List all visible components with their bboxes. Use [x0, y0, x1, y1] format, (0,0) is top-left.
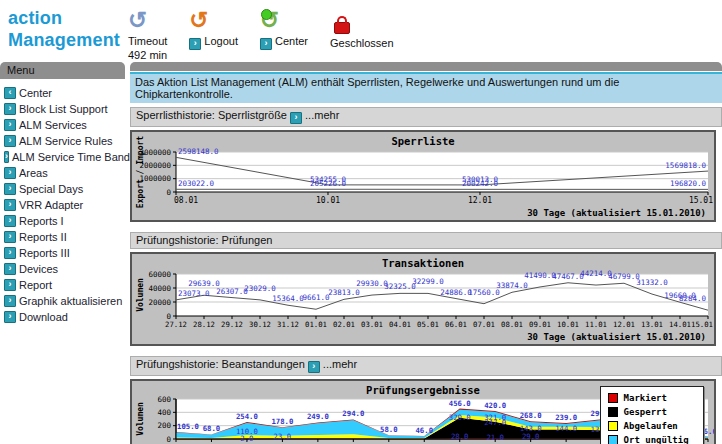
sidebar-item-label: Graphik aktualisieren	[19, 295, 122, 307]
svg-text:205226.0: 205226.0	[310, 179, 347, 188]
svg-text:Volumen: Volumen	[136, 278, 145, 312]
sidebar-menu: ‹Center›Block List Support›ALM Services›…	[0, 79, 125, 325]
sidebar-item-alm-services[interactable]: ›ALM Services	[4, 117, 125, 133]
toolbar: ↺ Timeout 492 min ↺ ›Logout ↺ ›Center Ge…	[128, 8, 416, 62]
legend-item-markiert: Markiert	[608, 391, 694, 405]
sidebar-item-special-days[interactable]: ›Special Days	[4, 181, 125, 197]
svg-text:23813.0: 23813.0	[328, 288, 360, 297]
link-chevron-icon: ›	[189, 38, 201, 50]
legend-label: Abgelaufen	[624, 421, 678, 431]
sidebar-item-download[interactable]: ›Download	[4, 309, 125, 325]
sidebar-item-label: Download	[19, 311, 68, 323]
menu-chevron-icon: ›	[4, 247, 16, 259]
svg-text:20000: 20000	[148, 298, 171, 307]
svg-text:28.0: 28.0	[451, 432, 469, 441]
svg-text:29.0: 29.0	[522, 432, 540, 441]
timeout-button[interactable]: ↺ Timeout 492 min	[128, 8, 167, 62]
info-banner: Das Aktion List Management (ALM) enthält…	[130, 72, 722, 103]
svg-text:08.01: 08.01	[174, 196, 198, 205]
legend-swatch-icon	[608, 421, 618, 431]
sidebar-item-label: ALM Service Rules	[19, 135, 113, 147]
legend-swatch-icon	[608, 407, 618, 417]
svg-text:Export / Import: Export / Import	[136, 136, 145, 208]
svg-text:23029.0: 23029.0	[244, 284, 276, 293]
menu-chevron-icon: ›	[4, 135, 16, 147]
svg-text:33874.0: 33874.0	[496, 281, 528, 290]
menu-chevron-icon: ›	[4, 215, 16, 227]
svg-text:Sperrliste: Sperrliste	[391, 135, 454, 147]
chart-legend: MarkiertGesperrtAbgelaufenOrt ungültigZe…	[600, 386, 704, 444]
transaktionen-chart: Transaktionen0200004000060000Volumen27.1…	[132, 254, 714, 344]
svg-text:23073.0: 23073.0	[178, 289, 210, 298]
svg-text:15.01: 15.01	[689, 196, 713, 205]
sidebar-title: Menu	[0, 62, 125, 79]
sidebar-item-vrr-adapter[interactable]: ›VRR Adapter	[4, 197, 125, 213]
sidebar-item-areas[interactable]: ›Areas	[4, 165, 125, 181]
legend-item-abgelaufen: Abgelaufen	[608, 419, 694, 433]
menu-chevron-icon: ‹	[4, 87, 16, 99]
svg-text:105.0: 105.0	[177, 422, 199, 431]
pruefungsergebnisse-chart-panel: Prüfungsergebnisse0200400600VolumenSun 3…	[130, 379, 716, 444]
svg-text:32299.0: 32299.0	[412, 277, 444, 286]
sperrliste-chart: Sperrliste0100000020000003000000Export /…	[132, 132, 714, 220]
svg-text:254.0: 254.0	[236, 412, 258, 421]
green-dot-icon	[261, 9, 272, 20]
menu-chevron-icon: ›	[4, 151, 9, 163]
more-link[interactable]: ...mehr	[323, 358, 357, 370]
sidebar-item-block-list-support[interactable]: ›Block List Support	[4, 101, 125, 117]
svg-text:Prüfungsergebnisse: Prüfungsergebnisse	[366, 384, 480, 396]
sidebar-item-label: Reports III	[19, 247, 70, 259]
menu-chevron-icon: ›	[4, 103, 16, 115]
sidebar-item-label: Report	[19, 279, 52, 291]
svg-text:196820.0: 196820.0	[670, 179, 707, 188]
logo-line2: Management	[8, 29, 120, 51]
sidebar: Menu ‹Center›Block List Support›ALM Serv…	[0, 62, 125, 325]
sidebar-item-center[interactable]: ‹Center	[4, 85, 125, 101]
menu-chevron-icon: ›	[4, 295, 16, 307]
sidebar-item-graphik-aktualisieren[interactable]: ›Graphik aktualisieren	[4, 293, 125, 309]
sperrliste-chart-panel: Sperrliste0100000020000003000000Export /…	[130, 130, 716, 222]
logout-button[interactable]: ↺ ›Logout	[189, 8, 238, 50]
legend-label: Markiert	[624, 393, 667, 403]
sidebar-item-reports-i[interactable]: ›Reports I	[4, 213, 125, 229]
sidebar-item-alm-service-rules[interactable]: ›ALM Service Rules	[4, 133, 125, 149]
svg-text:Transaktionen: Transaktionen	[382, 257, 464, 269]
svg-text:15364.0: 15364.0	[272, 294, 304, 303]
legend-label: Gesperrt	[624, 407, 667, 417]
main-content: Das Aktion List Management (ALM) enthält…	[130, 62, 722, 444]
sidebar-item-label: Devices	[19, 263, 58, 275]
svg-text:10.01: 10.01	[557, 320, 579, 329]
svg-text:0: 0	[166, 188, 171, 197]
center-button[interactable]: ↺ ›Center	[260, 8, 308, 50]
sidebar-item-reports-iii[interactable]: ›Reports III	[4, 245, 125, 261]
center-label: Center	[275, 35, 308, 47]
sidebar-item-reports-ii[interactable]: ›Reports II	[4, 229, 125, 245]
svg-text:203022.0: 203022.0	[178, 179, 215, 188]
svg-text:2598148.0: 2598148.0	[178, 147, 219, 156]
menu-chevron-icon: ›	[4, 199, 16, 211]
more-link[interactable]: ...mehr	[305, 109, 339, 121]
center-rotate-arrow-icon: ↺	[260, 8, 290, 34]
more-chevron-icon: ›	[290, 112, 302, 124]
menu-chevron-icon: ›	[4, 279, 16, 291]
legend-item-ort-ungültig: Ort ungültig	[608, 433, 694, 444]
sidebar-item-label: Areas	[19, 167, 48, 179]
section-title: Prüfungshistorie: Prüfungen	[136, 234, 272, 246]
svg-text:30.12: 30.12	[249, 320, 271, 329]
app-logo: action Management	[8, 7, 120, 51]
sidebar-item-devices[interactable]: ›Devices	[4, 261, 125, 277]
svg-text:9661.0: 9661.0	[302, 293, 330, 302]
lock-icon	[334, 22, 350, 34]
svg-text:239.0: 239.0	[555, 413, 577, 422]
app-header: action Management ↺ Timeout 492 min ↺ ›L…	[0, 0, 722, 62]
timeout-rotate-arrow-icon: ↺	[128, 8, 158, 34]
logout-rotate-arrow-icon: ↺	[189, 8, 219, 34]
svg-text:456.0: 456.0	[449, 399, 471, 408]
section-title: Sperrlisthistorie: Sperrlistgröße	[136, 109, 287, 121]
svg-text:68.0: 68.0	[203, 424, 221, 433]
svg-text:29.12: 29.12	[221, 320, 243, 329]
geschlossen-button[interactable]: Geschlossen	[330, 8, 394, 50]
svg-text:30 Tage (aktualisiert 15.01.20: 30 Tage (aktualisiert 15.01.2010)	[527, 332, 706, 342]
sidebar-item-alm-service-time-bands[interactable]: ›ALM Service Time Bands	[4, 149, 125, 165]
sidebar-item-report[interactable]: ›Report	[4, 277, 125, 293]
